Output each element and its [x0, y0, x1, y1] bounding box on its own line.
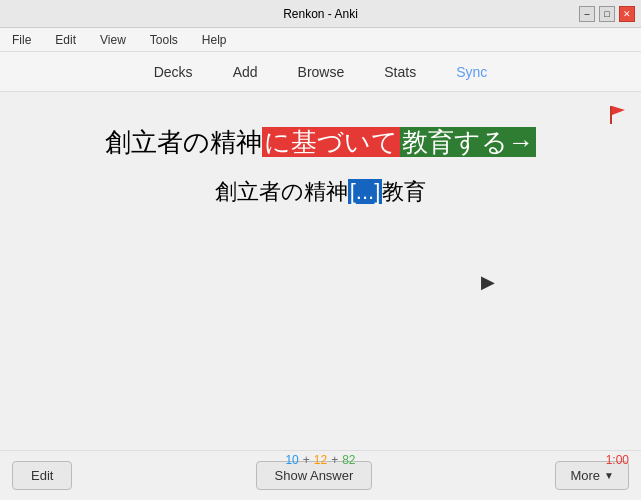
card-front-prefix: 創立者の精神	[105, 127, 262, 157]
nav-sync[interactable]: Sync	[448, 60, 495, 84]
card-area: 創立者の精神に基づいて教育する→ 創立者の精神[...]教育	[0, 92, 641, 450]
count-new: 10	[285, 453, 298, 467]
count-review: 82	[342, 453, 355, 467]
svg-marker-1	[612, 106, 625, 115]
window-controls: – □ ✕	[579, 6, 635, 22]
card-counter: 10 + 12 + 82	[285, 453, 355, 467]
minimize-button[interactable]: –	[579, 6, 595, 22]
nav-browse[interactable]: Browse	[290, 60, 353, 84]
card-front-highlight-red: に基づいて	[262, 127, 400, 157]
count-learning: 12	[314, 453, 327, 467]
edit-button[interactable]: Edit	[12, 461, 72, 490]
card-back-highlight-blue: [...]	[348, 179, 383, 204]
flag-icon[interactable]	[607, 104, 629, 129]
menu-edit[interactable]: Edit	[51, 31, 80, 49]
menu-file[interactable]: File	[8, 31, 35, 49]
timer: 1:00	[606, 453, 629, 467]
nav-add[interactable]: Add	[225, 60, 266, 84]
main-content: 創立者の精神に基づいて教育する→ 創立者の精神[...]教育 ▶	[0, 92, 641, 450]
card-back-suffix: 教育	[382, 179, 426, 204]
bottom-bar: 10 + 12 + 82 1:00 Edit Show Answer More …	[0, 450, 641, 500]
title-bar: Renkon - Anki – □ ✕	[0, 0, 641, 28]
card-front-highlight-green: 教育する→	[400, 127, 536, 157]
nav-decks[interactable]: Decks	[146, 60, 201, 84]
card-front: 創立者の精神に基づいて教育する→	[105, 122, 536, 164]
menu-view[interactable]: View	[96, 31, 130, 49]
count-sep2: +	[331, 453, 338, 467]
count-sep1: +	[303, 453, 310, 467]
close-button[interactable]: ✕	[619, 6, 635, 22]
dropdown-arrow-icon: ▼	[604, 470, 614, 481]
maximize-button[interactable]: □	[599, 6, 615, 22]
menu-tools[interactable]: Tools	[146, 31, 182, 49]
more-label: More	[570, 468, 600, 483]
nav-stats[interactable]: Stats	[376, 60, 424, 84]
card-back-prefix: 創立者の精神	[215, 179, 348, 204]
nav-bar: Decks Add Browse Stats Sync	[0, 52, 641, 92]
card-back: 創立者の精神[...]教育	[215, 174, 427, 209]
menu-bar: File Edit View Tools Help	[0, 28, 641, 52]
window-title: Renkon - Anki	[283, 7, 358, 21]
svg-rect-0	[610, 106, 612, 124]
menu-help[interactable]: Help	[198, 31, 231, 49]
